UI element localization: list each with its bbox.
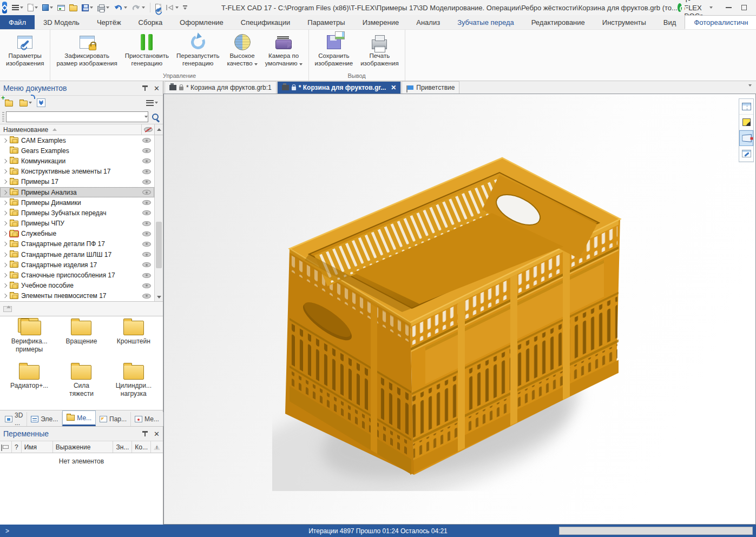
- tab-gears[interactable]: Зубчатые переда: [449, 15, 523, 29]
- document-tab-welcome[interactable]: Приветствие: [402, 81, 459, 94]
- tab-parameters[interactable]: Параметры: [299, 15, 353, 29]
- search-box[interactable]: [6, 111, 148, 122]
- folder-item[interactable]: Радиатор+...: [3, 365, 55, 406]
- window-preview-icon[interactable]: [56, 4, 67, 12]
- undo-icon[interactable]: [112, 3, 129, 12]
- restart-generation-button[interactable]: Перезапустить генерацию: [173, 31, 223, 69]
- view-settings-icon[interactable]: [739, 146, 753, 162]
- image-parameters-button[interactable]: Параметры изображения: [2, 31, 48, 69]
- eye-icon[interactable]: [142, 138, 151, 143]
- redo-icon[interactable]: [130, 3, 147, 12]
- tree-item[interactable]: Примеры ЧПУ: [0, 218, 154, 229]
- lock-image-size-button[interactable]: Зафиксировать размер изображения: [52, 31, 121, 69]
- panel-tab-3d-model[interactable]: 3D ...: [1, 412, 27, 426]
- model-document-icon[interactable]: [41, 3, 55, 12]
- folder-item[interactable]: Верифика...примеры: [3, 321, 55, 362]
- app-logo-icon[interactable]: [2, 2, 7, 14]
- close-tab-icon[interactable]: ✕: [391, 84, 396, 91]
- scroll-up-icon[interactable]: [154, 124, 163, 135]
- drag-handle[interactable]: [2, 112, 4, 122]
- tab-annotation[interactable]: Оформление: [171, 15, 232, 29]
- tree-item[interactable]: Элементы пневмосистем 17: [0, 291, 154, 301]
- tree-item[interactable]: Примеры Динамики: [0, 197, 154, 208]
- search-input[interactable]: [6, 112, 144, 121]
- new-document-icon[interactable]: [26, 3, 40, 12]
- minimize-button[interactable]: [726, 7, 732, 8]
- tree-item[interactable]: Станочные приспособления 17: [0, 270, 154, 280]
- menu-icon[interactable]: [10, 4, 25, 11]
- tab-file[interactable]: Файл: [0, 15, 35, 29]
- column-name[interactable]: Имя: [22, 441, 53, 453]
- eye-icon[interactable]: [142, 190, 151, 195]
- document-tab-active[interactable]: * Корзина для фруктов.gr... ✕: [277, 81, 402, 94]
- tree-item[interactable]: Gears Examples: [0, 145, 154, 156]
- tree-item[interactable]: Примеры 17: [0, 177, 154, 187]
- tree-item[interactable]: Учебное пособие: [0, 281, 154, 291]
- history-back-icon[interactable]: [164, 3, 180, 12]
- print-icon[interactable]: [96, 3, 111, 12]
- eye-icon[interactable]: [142, 294, 151, 299]
- eye-icon[interactable]: [142, 158, 151, 163]
- tree-item[interactable]: CAM Examples: [0, 135, 154, 145]
- document-settings-icon[interactable]: [154, 3, 163, 12]
- column-value[interactable]: Зн...: [113, 441, 132, 453]
- scroll-down-icon[interactable]: [155, 293, 163, 301]
- tab-view[interactable]: Вид: [655, 15, 685, 29]
- tree-item[interactable]: Стандартные изделия 17: [0, 260, 154, 270]
- print-image-button[interactable]: Печать изображения: [357, 31, 402, 69]
- panel-tab-parameters[interactable]: Пар...: [96, 412, 131, 426]
- tree-item[interactable]: Стандартные детали ШЛШ 17: [0, 249, 154, 260]
- tab-3d-model[interactable]: 3D Модель: [35, 15, 88, 29]
- tab-specifications[interactable]: Спецификации: [232, 15, 299, 29]
- eye-icon[interactable]: [142, 273, 151, 278]
- eye-icon[interactable]: [142, 148, 151, 153]
- eye-icon[interactable]: [142, 231, 151, 236]
- hide-eye-icon[interactable]: [141, 124, 154, 135]
- tab-photorealistic[interactable]: Фотореалистичн: [685, 15, 756, 29]
- eye-icon[interactable]: [142, 252, 151, 257]
- eye-icon[interactable]: [142, 221, 151, 226]
- tab-assembly[interactable]: Сборка: [130, 15, 172, 29]
- tree-item[interactable]: Коммуникации: [0, 156, 154, 166]
- eye-icon[interactable]: [142, 242, 151, 247]
- split-view-icon[interactable]: [739, 99, 753, 115]
- tree-item[interactable]: Стандартные детали ПФ 17: [0, 239, 154, 249]
- tab-analysis[interactable]: Анализ: [407, 15, 449, 29]
- folder-item[interactable]: Силатяжести: [55, 365, 107, 406]
- eye-icon[interactable]: [142, 283, 151, 288]
- close-panel-icon[interactable]: ✕: [154, 84, 160, 92]
- pin-icon[interactable]: [142, 430, 148, 437]
- eye-icon[interactable]: [142, 262, 151, 267]
- eye-icon[interactable]: [142, 200, 151, 205]
- expand-all-icon[interactable]: [37, 98, 45, 107]
- maximize-button[interactable]: [741, 5, 747, 10]
- folder-up-icon[interactable]: [3, 306, 12, 312]
- column-comment[interactable]: Ко...: [132, 441, 151, 453]
- tree-item[interactable]: Примеры Зубчатых передач: [0, 208, 154, 218]
- eye-icon[interactable]: [142, 180, 151, 184]
- pause-generation-button[interactable]: Приостановить генерацию: [121, 31, 173, 69]
- tab-drawing[interactable]: Чертёж: [88, 15, 130, 29]
- column-header-name[interactable]: Наименование: [0, 126, 48, 134]
- tab-editing[interactable]: Редактирование: [523, 15, 594, 29]
- tab-tools[interactable]: Инструменты: [594, 15, 655, 29]
- scrollbar-thumb[interactable]: [156, 222, 162, 268]
- panel-tab-document-menu[interactable]: Ме...: [62, 410, 96, 426]
- search-icon[interactable]: [152, 114, 159, 120]
- folder-item[interactable]: Цилиндри...нагрузка: [108, 365, 160, 406]
- column-expression[interactable]: Выражение: [53, 441, 114, 453]
- open-folder-icon[interactable]: [18, 98, 34, 108]
- close-panel-icon[interactable]: ✕: [154, 430, 160, 438]
- eye-icon[interactable]: [142, 169, 151, 174]
- tab-measure[interactable]: Измерение: [354, 15, 408, 29]
- panel-tab-measure[interactable]: Ме...: [131, 412, 163, 426]
- flag-column-icon[interactable]: [0, 441, 12, 453]
- panel-tab-elements[interactable]: Эле...: [27, 412, 62, 426]
- 3d-model-fruit-crate[interactable]: [272, 150, 629, 491]
- perspective-view-icon[interactable]: [739, 130, 753, 146]
- save-image-button[interactable]: Сохранить изображение: [311, 31, 357, 69]
- eye-icon[interactable]: [142, 210, 151, 215]
- tree-item[interactable]: Конструктивные элементы 17: [0, 167, 154, 177]
- open-folder-icon[interactable]: [68, 3, 79, 12]
- search-dropdown-icon[interactable]: [144, 116, 148, 118]
